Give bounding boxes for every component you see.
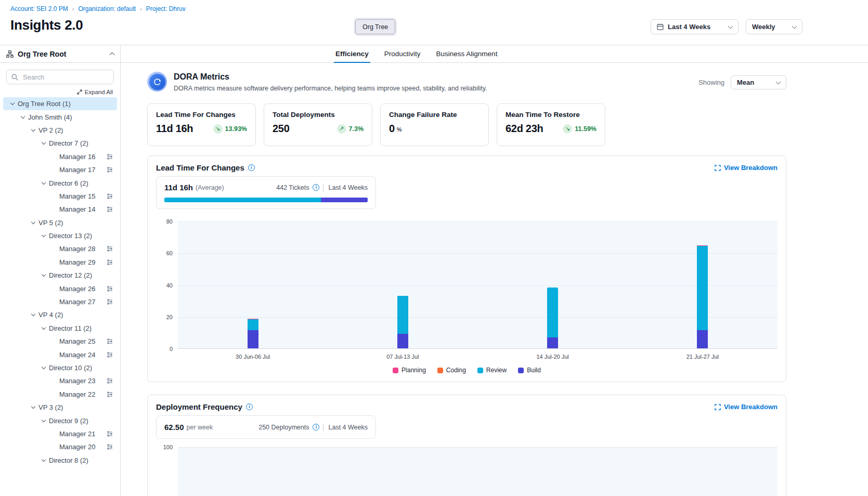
tree-item[interactable]: Director 10 (2)	[3, 361, 117, 374]
filter-icon[interactable]	[107, 378, 113, 384]
tab-business-alignment[interactable]: Business Alignment	[435, 45, 499, 62]
tree-item[interactable]: Director 13 (2)	[3, 229, 117, 242]
filter-icon[interactable]	[107, 193, 113, 199]
tree-chevron-down-icon[interactable]	[38, 142, 49, 144]
filter-icon[interactable]	[107, 338, 113, 344]
legend-swatch	[437, 368, 443, 373]
tree-item[interactable]: Manager 29	[3, 256, 117, 269]
filter-icon[interactable]	[107, 444, 113, 450]
tab-efficiency[interactable]: Efficiency	[334, 45, 370, 62]
legend-swatch	[393, 368, 398, 373]
bar-segment-review[interactable]	[397, 296, 408, 334]
filter-icon[interactable]	[107, 154, 113, 160]
tree-chevron-down-icon[interactable]	[38, 460, 49, 461]
tree-chevron-down-icon[interactable]	[28, 222, 38, 224]
tree-chevron-down-icon[interactable]	[38, 328, 49, 329]
legend-item-review[interactable]: Review	[477, 367, 507, 374]
breadcrumb-link[interactable]: Organization: default	[78, 5, 136, 12]
date-range-select[interactable]: Last 4 Weeks	[651, 19, 739, 34]
showing-select[interactable]: Mean	[731, 75, 786, 89]
deployment-view-breakdown-link[interactable]: View Breakdown	[715, 403, 778, 411]
expand-all-link[interactable]: Expand All	[77, 89, 113, 95]
tree-item[interactable]: Manager 20	[3, 440, 117, 453]
tree-item[interactable]: Manager 25	[3, 335, 117, 348]
legend-item-coding[interactable]: Coding	[437, 367, 466, 374]
tree-item[interactable]: Manager 24	[3, 348, 117, 361]
tree-item[interactable]: Org Tree Root (1)	[3, 97, 117, 110]
breadcrumb-link[interactable]: Project: Dhruv	[146, 5, 186, 12]
bar-segment-build[interactable]	[397, 334, 408, 348]
bar-segment-review[interactable]	[547, 288, 558, 337]
bar-segment-review[interactable]	[697, 246, 708, 330]
info-icon[interactable]: i	[313, 424, 319, 430]
info-icon[interactable]: i	[313, 184, 319, 191]
org-tree-button[interactable]: Org Tree	[355, 19, 395, 34]
collapse-sidebar-icon[interactable]	[110, 52, 115, 57]
legend-item-build[interactable]: Build	[518, 367, 541, 374]
search-input[interactable]	[22, 73, 109, 82]
tree-item[interactable]: Manager 14	[3, 203, 117, 216]
tree-chevron-down-icon[interactable]	[7, 103, 18, 105]
granularity-select[interactable]: Weekly	[746, 19, 802, 34]
tree-item[interactable]: Director 6 (2)	[3, 176, 117, 189]
tree-chevron-down-icon[interactable]	[28, 129, 38, 131]
filter-icon[interactable]	[107, 286, 113, 292]
tree-chevron-down-icon[interactable]	[38, 367, 49, 369]
y-tick-label: 80	[166, 218, 173, 225]
tree-item[interactable]: Manager 22	[3, 388, 117, 401]
bar-segment-build[interactable]	[547, 337, 558, 348]
tree-item[interactable]: Director 9 (2)	[3, 414, 117, 427]
tree-item[interactable]: VP 3 (2)	[3, 401, 117, 414]
legend-item-planning[interactable]: Planning	[393, 367, 426, 374]
filter-icon[interactable]	[107, 246, 113, 252]
tree-item[interactable]: Manager 17	[3, 163, 117, 176]
stacked-bar[interactable]	[397, 296, 408, 348]
tree-item[interactable]: Manager 21	[3, 427, 117, 440]
tree-item[interactable]: VP 2 (2)	[3, 124, 117, 137]
tree-item[interactable]: John Smith (4)	[3, 110, 117, 123]
tree-item[interactable]: Director 8 (2)	[3, 454, 117, 467]
metric-card-value-row: 0%	[389, 123, 480, 135]
stacked-bar[interactable]	[248, 319, 258, 348]
tree-chevron-down-icon[interactable]	[38, 182, 49, 184]
tree-chevron-down-icon[interactable]	[28, 314, 38, 316]
info-icon[interactable]: i	[248, 164, 255, 171]
bar-segment-build[interactable]	[697, 330, 708, 348]
tab-productivity[interactable]: Productivity	[383, 45, 422, 62]
tree-item[interactable]: VP 5 (2)	[3, 216, 117, 229]
x-tick-label: 14 Jul-20 Jul	[478, 354, 628, 360]
tree-chevron-down-icon[interactable]	[38, 235, 49, 237]
tree-item-label: Manager 29	[59, 258, 95, 266]
tree-item[interactable]: Director 7 (2)	[3, 137, 117, 150]
filter-icon[interactable]	[107, 167, 113, 173]
deployment-chart: 100	[156, 447, 778, 496]
tree-item[interactable]: Manager 28	[3, 242, 117, 255]
filter-icon[interactable]	[107, 259, 113, 265]
bar-segment-review[interactable]	[248, 319, 258, 330]
info-icon[interactable]: i	[246, 403, 253, 410]
tree-item[interactable]: Manager 27	[3, 295, 117, 308]
breadcrumb-link[interactable]: Account: SEI 2.0 PM	[10, 5, 68, 12]
stage-distribution-bar[interactable]	[164, 198, 368, 202]
tree-item[interactable]: Manager 23	[3, 374, 117, 387]
tree-chevron-down-icon[interactable]	[38, 420, 49, 422]
tree-item[interactable]: Manager 16	[3, 150, 117, 163]
tree-item[interactable]: Director 12 (2)	[3, 269, 117, 282]
filter-icon[interactable]	[107, 431, 113, 437]
tree-item[interactable]: Manager 26	[3, 282, 117, 295]
tree-chevron-down-icon[interactable]	[38, 275, 49, 276]
tree-chevron-down-icon[interactable]	[18, 116, 28, 118]
tree-item[interactable]: Manager 15	[3, 190, 117, 203]
tree-chevron-down-icon[interactable]	[28, 407, 38, 408]
lead-time-view-breakdown-link[interactable]: View Breakdown	[715, 164, 778, 172]
tree-item[interactable]: VP 4 (2)	[3, 308, 117, 321]
filter-icon[interactable]	[107, 391, 113, 397]
filter-icon[interactable]	[107, 206, 113, 212]
tree-item-label: Manager 16	[59, 153, 95, 161]
stacked-bar[interactable]	[547, 288, 558, 348]
bar-segment-build[interactable]	[248, 330, 258, 348]
filter-icon[interactable]	[107, 299, 113, 305]
filter-icon[interactable]	[107, 352, 113, 358]
stacked-bar[interactable]	[697, 245, 708, 348]
tree-item[interactable]: Director 11 (2)	[3, 322, 117, 335]
